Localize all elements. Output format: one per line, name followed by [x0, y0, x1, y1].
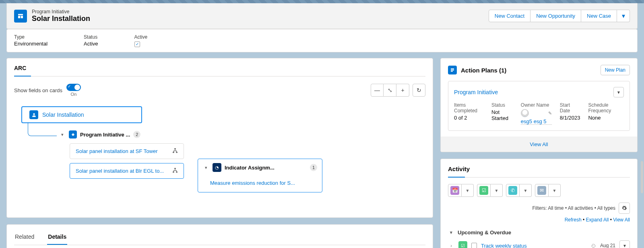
schedule-freq-label: Schedule Frequency [588, 102, 624, 114]
send-email-dropdown[interactable]: ▼ [549, 184, 561, 197]
change-owner-icon[interactable]: ✎ [548, 111, 552, 116]
ap-status-label: Status [491, 102, 513, 108]
activity-view-all-link[interactable]: View All [613, 217, 630, 223]
activity-expand-all-link[interactable]: Expand All [586, 217, 609, 223]
scrollbar-thumb[interactable] [641, 161, 643, 193]
action-plans-view-all-link[interactable]: View All [530, 141, 548, 147]
header-action-group: New Contact New Opportunity New Case ▾ [489, 10, 630, 22]
task-subject-link[interactable]: Track weekly status [481, 243, 587, 248]
indicator-assignment-panel: ▾ ◔ Indicator Assignm... 1 Measure emiss… [198, 159, 322, 192]
tab-related[interactable]: Related [14, 231, 35, 245]
owner-avatar [521, 109, 529, 117]
items-completed-value: 0 of 2 [454, 115, 483, 121]
global-pattern-bar [0, 0, 644, 3]
program-initiative-record-icon [14, 10, 27, 23]
chevron-down-icon: ▾ [448, 229, 454, 236]
task-type-icon: ☑ [458, 241, 467, 248]
task-row-menu[interactable]: ▼ [619, 240, 630, 248]
ap-status-value: Not Started [491, 109, 513, 121]
upcoming-overdue-section[interactable]: ▾ Upcoming & Overdue [448, 229, 630, 236]
activity-settings-button[interactable] [619, 203, 630, 214]
indicator-assignment-icon: ◔ [213, 163, 221, 172]
program-initiative-group-node[interactable]: Program Initiative ... 2 [69, 130, 140, 138]
record-title: Solar Installation [32, 14, 90, 23]
program-initiative-group-label: Program Initiative ... [80, 132, 130, 138]
activity-task-row: › ☑ Track weekly status ⏲ Aug 21 ▼ [448, 240, 630, 248]
new-opportunity-button[interactable]: New Opportunity [530, 10, 581, 22]
action-plans-title: Action Plans (1) [461, 67, 506, 74]
action-plans-card: Action Plans (1) New Plan Program Initia… [440, 58, 638, 152]
new-event-button[interactable]: 📅 [448, 184, 462, 197]
status-field-label: Status [84, 34, 98, 40]
record-type-eyebrow: Program Initiative [32, 9, 90, 14]
svg-rect-6 [176, 172, 178, 173]
owner-name-link[interactable]: esg5 esg 5 [521, 118, 552, 125]
record-header: Program Initiative Solar Installation Ne… [6, 3, 638, 29]
arc-child-node-1[interactable]: Solar panel installation at SF Tower [70, 143, 184, 159]
program-initiative-chevron[interactable]: ▾ [59, 131, 66, 138]
program-initiative-count-badge: 2 [133, 131, 140, 138]
program-initiative-icon [29, 110, 38, 119]
svg-rect-5 [173, 172, 174, 173]
phone-icon: ✆ [508, 186, 517, 195]
new-task-button[interactable]: ☑ [477, 184, 491, 197]
status-field-value: Active [84, 41, 98, 47]
log-call-dropdown[interactable]: ▼ [520, 184, 532, 197]
svg-rect-1 [174, 148, 176, 149]
activity-filters-text: Filters: All time • All activities • All… [533, 205, 615, 211]
action-plan-link[interactable]: Program Initiative [454, 89, 498, 95]
hierarchy-icon[interactable] [172, 167, 178, 174]
upcoming-overdue-label: Upcoming & Overdue [458, 229, 511, 236]
collapse-all-button[interactable]: — [371, 84, 384, 97]
task-icon: ☑ [479, 186, 488, 195]
task-complete-checkbox[interactable] [471, 243, 477, 248]
arc-child-link-2[interactable]: Solar panel installation at Blr EGL to..… [76, 168, 164, 174]
expand-all-button[interactable]: + [396, 84, 409, 97]
highlight-fields-panel: Type Environmental Status Active Active … [6, 29, 638, 52]
show-fields-toggle[interactable]: ✓ [66, 84, 81, 91]
svg-rect-2 [173, 152, 174, 153]
activity-card: Activity 📅 ▼ ☑ ▼ ✆ ▼ [440, 159, 638, 248]
hierarchy-icon[interactable] [172, 148, 178, 155]
send-email-button[interactable]: ✉ [535, 184, 549, 197]
type-field-value: Environmental [14, 41, 47, 47]
arc-card: ARC Show fields on cards ✓ On [6, 58, 433, 218]
schedule-freq-value: None [588, 115, 624, 121]
log-call-button[interactable]: ✆ [506, 184, 520, 197]
svg-rect-3 [176, 152, 178, 153]
indicator-assignment-child-link[interactable]: Measure emissions reduction for S... [210, 180, 295, 186]
show-fields-toggle-label: Show fields on cards [14, 87, 62, 93]
task-expand-chevron[interactable]: › [448, 242, 454, 248]
owner-name-label: Owner Name [521, 102, 552, 108]
action-plans-icon [448, 66, 457, 74]
new-case-button[interactable]: New Case [581, 10, 617, 22]
action-plan-item-menu[interactable]: ▼ [613, 87, 624, 97]
new-contact-button[interactable]: New Contact [489, 10, 530, 22]
start-date-value: 8/1/2023 [560, 115, 580, 121]
activity-title: Activity [448, 165, 630, 175]
new-task-dropdown[interactable]: ▼ [491, 184, 503, 197]
svg-rect-4 [174, 168, 176, 169]
task-due-date: Aug 21 [600, 243, 615, 248]
recurrence-icon: ⏲ [591, 243, 596, 248]
arc-root-node[interactable]: Solar Installation [21, 106, 142, 123]
action-plan-item: Program Initiative ▼ Items Completed 0 o… [448, 81, 630, 131]
start-date-label: Start Date [560, 102, 580, 114]
email-icon: ✉ [537, 186, 546, 195]
calendar-icon: 📅 [450, 186, 459, 195]
arc-child-node-2[interactable]: Solar panel installation at Blr EGL to..… [70, 163, 184, 179]
header-actions-dropdown[interactable]: ▾ [617, 10, 630, 22]
arc-card-title: ARC [14, 65, 425, 74]
program-initiative-group-icon [69, 130, 77, 138]
activity-refresh-link[interactable]: Refresh [565, 217, 582, 223]
fit-to-screen-button[interactable]: ⤡ [384, 84, 396, 97]
arc-child-link-1[interactable]: Solar panel installation at SF Tower [76, 148, 158, 154]
refresh-arc-button[interactable]: ↻ [413, 84, 425, 97]
active-checkbox-icon: ✓ [134, 41, 140, 47]
tab-details[interactable]: Details [47, 231, 67, 245]
indicator-assignment-count-badge: 1 [310, 164, 317, 171]
show-fields-toggle-state: On [71, 92, 77, 97]
indicator-assignment-chevron[interactable]: ▾ [203, 164, 209, 171]
new-event-dropdown[interactable]: ▼ [462, 184, 474, 197]
new-plan-button[interactable]: New Plan [601, 65, 630, 75]
